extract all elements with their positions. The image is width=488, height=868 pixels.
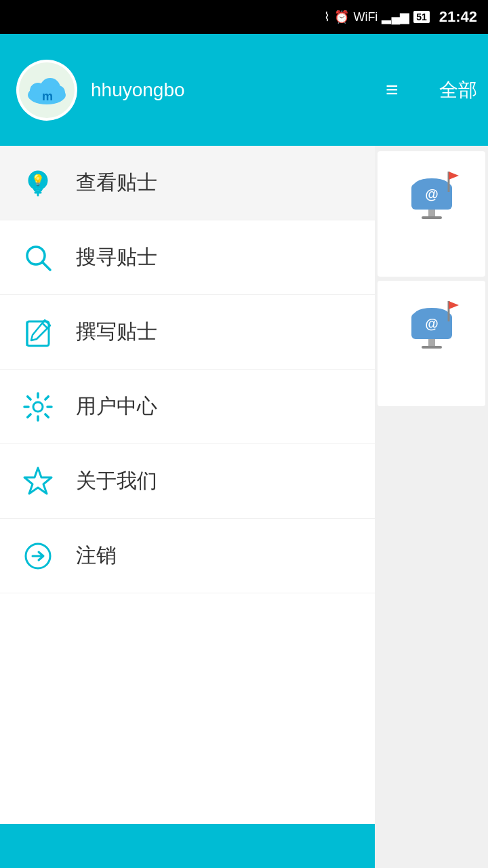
menu-label-logout: 注销: [76, 542, 117, 570]
cellular-icon: ▂▄▆: [382, 9, 409, 24]
right-panel-title: 全部: [439, 77, 477, 103]
menu-item-user-center[interactable]: 用户中心: [0, 370, 375, 444]
hamburger-icon[interactable]: ≡: [386, 77, 399, 102]
battery-icon: 51: [413, 11, 430, 23]
menu-label-tips-view: 查看贴士: [76, 169, 157, 197]
svg-rect-23: [422, 216, 442, 219]
sidebar: m hhuyongbo �: [0, 34, 375, 868]
avatar-inner: m: [19, 62, 75, 118]
card-2[interactable]: @: [378, 281, 485, 406]
menu-item-logout[interactable]: 注销: [0, 519, 375, 593]
menu-label-about: 关于我们: [76, 467, 157, 495]
svg-line-11: [43, 262, 50, 270]
menu-item-tips-write[interactable]: 撰写贴士: [0, 295, 375, 370]
svg-rect-29: [422, 346, 442, 349]
status-time: 21:42: [439, 8, 477, 26]
menu-item-tips-search[interactable]: 搜寻贴士: [0, 220, 375, 295]
star-icon: [20, 464, 56, 499]
svg-line-14: [42, 323, 47, 328]
status-icons: ⌇ ⏰ WiFi ▂▄▆ 51 21:42: [324, 8, 477, 26]
menu-item-about[interactable]: 关于我们: [0, 444, 375, 519]
menu-label-tips-search: 搜寻贴士: [76, 243, 157, 271]
right-panel-cards: @ @: [375, 146, 488, 868]
svg-marker-27: [449, 301, 459, 309]
card-1[interactable]: @: [378, 151, 485, 277]
svg-point-15: [33, 402, 43, 412]
right-panel-header: ≡ 全部: [375, 34, 488, 146]
svg-text:@: @: [425, 316, 439, 331]
sidebar-header: m hhuyongbo: [0, 34, 375, 146]
svg-text:m: m: [42, 90, 53, 103]
sidebar-bottom-bar: [0, 824, 375, 868]
mailbox-icon-2: @: [401, 288, 462, 349]
svg-text:@: @: [425, 186, 439, 201]
signal-diagonal-icon: ⌇: [324, 9, 330, 24]
status-bar: ⌇ ⏰ WiFi ▂▄▆ 51 21:42: [0, 0, 488, 34]
avatar-icon: m: [23, 66, 70, 114]
search-icon: [20, 240, 56, 275]
svg-marker-16: [24, 468, 52, 494]
svg-point-3: [52, 85, 65, 99]
menu-label-tips-write: 撰写贴士: [76, 318, 157, 346]
settings-icon: [20, 389, 56, 425]
svg-text:💡: 💡: [31, 174, 45, 186]
username: hhuyongbo: [91, 79, 185, 101]
edit-icon: [20, 315, 56, 350]
menu-item-tips-view[interactable]: 💡 查看贴士: [0, 146, 375, 220]
svg-marker-21: [449, 172, 459, 180]
right-panel: ≡ 全部 @: [375, 34, 488, 868]
main-layout: m hhuyongbo �: [0, 34, 488, 868]
menu-label-user-center: 用户中心: [76, 393, 157, 420]
lightbulb-icon: 💡: [20, 165, 56, 201]
alarm-icon: ⏰: [334, 9, 349, 24]
avatar[interactable]: m: [16, 60, 77, 121]
mailbox-icon-1: @: [401, 158, 462, 219]
sidebar-menu: 💡 查看贴士 搜寻贴士: [0, 146, 375, 824]
svg-rect-12: [27, 321, 49, 346]
wifi-icon: WiFi: [353, 10, 378, 24]
logout-icon: [20, 538, 56, 574]
